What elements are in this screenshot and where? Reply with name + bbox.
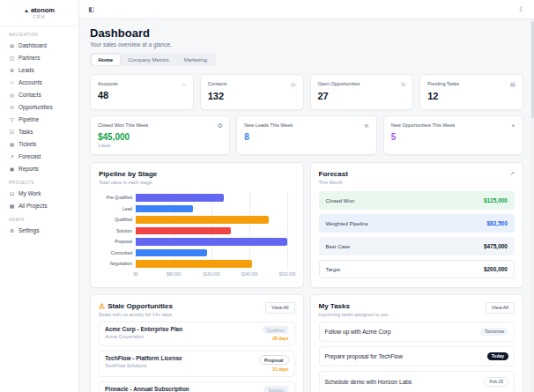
tab-company-metrics[interactable]: Company Metrics	[121, 55, 176, 65]
sidebar-item-all-projects[interactable]: ▦ All Projects	[0, 199, 78, 211]
stale-view-all-button[interactable]: View All	[265, 302, 294, 314]
highlight-label: Closed Won This Week	[98, 122, 148, 128]
chart-row: Committed	[99, 248, 295, 259]
vertical-scrollbar[interactable]	[530, 19, 534, 392]
scrollbar-thumb[interactable]	[531, 21, 534, 118]
chart-bar-track	[136, 194, 293, 202]
sidebar-item-opportunities[interactable]: ⊙ Opportunities	[0, 100, 78, 113]
tab-marketing[interactable]: Marketing	[177, 55, 214, 65]
chart-category-label: Lead	[99, 206, 136, 211]
topbar: ◧ ☾	[79, 0, 534, 19]
forecast-subtitle: This Month	[319, 180, 348, 185]
sparkle-icon: ✦	[511, 122, 515, 129]
chart-bar	[136, 249, 207, 257]
page-title: Dashboard	[90, 26, 523, 40]
trending-up-icon: ↗	[509, 170, 515, 177]
highlights-row: Closed Won This Week ✪ $45,000 3 deals N…	[90, 115, 523, 155]
sidebar-item-leads[interactable]: ⊕ Leads	[0, 63, 78, 76]
task-item-follow-up-acme[interactable]: Follow up with Acme Corp Tomorrow	[319, 322, 515, 342]
highlight-note	[391, 144, 515, 148]
pipeline-chart-subtitle: Total value in each stage	[99, 180, 157, 185]
task-title: Prepare proposal for TechFlow	[325, 353, 403, 359]
logo-icon: ▲	[24, 8, 29, 13]
forecast-row-closed-won: Closed Won $125,000	[319, 191, 515, 210]
sidebar-item-label: Contacts	[19, 92, 41, 98]
stale-item-techflow[interactable]: TechFlow - Platform License TechFlow Sol…	[99, 351, 295, 377]
x-axis-tick-label: $240,000	[241, 272, 258, 277]
stat-value: 132	[208, 91, 296, 101]
sidebar-toggle-icon[interactable]: ◧	[88, 5, 94, 13]
trophy-icon: ✪	[218, 122, 222, 129]
sidebar-item-my-work[interactable]: ⊡ My Work	[0, 187, 78, 199]
sidebar-item-reports[interactable]: ▣ Reports	[0, 162, 78, 174]
chart-bar-track	[136, 205, 293, 213]
chart-category-label: Solution	[99, 228, 136, 233]
forecast-row-label: Target	[326, 267, 341, 272]
chart-bar-track	[136, 238, 293, 246]
task-title: Schedule demo with Horizon Labs	[325, 379, 412, 385]
task-item-demo-horizon[interactable]: Schedule demo with Horizon Labs Feb 25	[319, 371, 515, 392]
pipeline-chart-body: Pre-QualifiedLeadQualifiedSolutionPropos…	[99, 192, 295, 270]
tab-home[interactable]: Home	[92, 55, 121, 65]
main-area: ◧ ☾ Dashboard Your sales overview at a g…	[79, 0, 534, 392]
user-plus-icon: ⊕	[364, 122, 368, 129]
stale-item-pinnacle[interactable]: Pinnacle - Annual Subscription Pinnacle …	[99, 381, 295, 392]
clipboard-icon: ▤	[510, 81, 515, 88]
sidebar-section-navigation: Navigation	[9, 33, 78, 37]
sidebar-section-admin: Admin	[9, 218, 78, 222]
chart-row: Lead	[99, 203, 295, 215]
chart-row: Qualified	[99, 214, 295, 226]
sidebar-item-dashboard[interactable]: ⊞ Dashboard	[0, 39, 78, 51]
sidebar-item-forecast[interactable]: ↗ Forecast	[0, 150, 78, 162]
stale-days: 28 days	[272, 336, 288, 341]
card-new-leads-week: New Leads This Week ⊕ 8	[236, 115, 376, 155]
sidebar-item-tasks[interactable]: ☑ Tasks	[0, 125, 78, 137]
stat-value: 48	[98, 90, 186, 100]
chart-category-label: Negotiation	[99, 261, 136, 266]
dashboard-content: Dashboard Your sales overview at a glanc…	[79, 19, 534, 392]
stat-card-open-opportunities: Open Opportunities ⊙ 27	[310, 74, 414, 110]
sidebar-item-label: Opportunities	[19, 104, 53, 110]
theme-toggle-icon[interactable]: ☾	[519, 5, 525, 13]
highlight-label: New Opportunities This Week	[391, 122, 456, 128]
warning-icon: ⚠	[99, 302, 105, 310]
sidebar-item-partners[interactable]: ◫ Partners	[0, 51, 78, 63]
stats-row: Accounts ⌂ 48 Contacts ◎ 132 Open Opport…	[90, 74, 523, 110]
highlight-label: New Leads This Week	[244, 122, 293, 128]
stat-label: Open Opportunities	[318, 81, 360, 86]
sidebar-item-settings[interactable]: ⚙ Settings	[0, 224, 78, 236]
brand-name: atonom	[31, 6, 55, 14]
sidebar-item-pipeline[interactable]: ▽ Pipeline	[0, 113, 78, 125]
highlight-note: 3 deals	[98, 144, 222, 148]
card-closed-won-week: Closed Won This Week ✪ $45,000 3 deals	[90, 115, 230, 155]
chart-bar-track	[136, 227, 293, 235]
dashboard-tabs: Home Company Metrics Marketing	[90, 53, 216, 66]
forecast-row-value: $125,000	[484, 197, 508, 203]
tasks-view-all-button[interactable]: View All	[486, 302, 515, 314]
highlight-value: 5	[391, 132, 515, 142]
partners-icon: ◫	[9, 55, 15, 61]
chart-category-label: Proposal	[99, 239, 136, 244]
forecast-title: Forecast	[319, 170, 348, 178]
sidebar-item-label: Settings	[19, 227, 40, 233]
x-axis-tick-label: $0	[133, 272, 137, 277]
opportunity-title: Acme Corp - Enterprise Plan	[105, 326, 182, 332]
sidebar-item-contacts[interactable]: ◎ Contacts	[0, 88, 78, 100]
bottom-row: ⚠ Stale Opportunities Deals with no acti…	[90, 294, 523, 392]
stage-badge: Solution	[263, 386, 288, 392]
checklist-icon: ☑	[9, 129, 15, 135]
sidebar-item-tickets[interactable]: ▤ Tickets	[0, 137, 78, 150]
sidebar-item-accounts[interactable]: ⌂ Accounts	[0, 76, 78, 88]
gear-icon: ⚙	[9, 227, 15, 233]
stale-item-acme[interactable]: Acme Corp - Enterprise Plan Acme Corpora…	[99, 322, 295, 346]
highlight-note	[244, 144, 368, 148]
chart-bar	[136, 227, 231, 235]
opportunity-title: TechFlow - Platform License	[105, 355, 182, 361]
chart-bar-track	[136, 216, 293, 224]
task-item-proposal-techflow[interactable]: Prepare proposal for TechFlow Today	[319, 346, 515, 366]
chart-row: Solution	[99, 226, 295, 237]
pipeline-chart-x-axis: $0$80,000$160,000$240,000$320,000	[136, 272, 293, 280]
stage-badge: Proposal	[259, 355, 288, 365]
sidebar-item-label: Reports	[19, 166, 39, 172]
building-icon: ⌂	[9, 79, 15, 85]
